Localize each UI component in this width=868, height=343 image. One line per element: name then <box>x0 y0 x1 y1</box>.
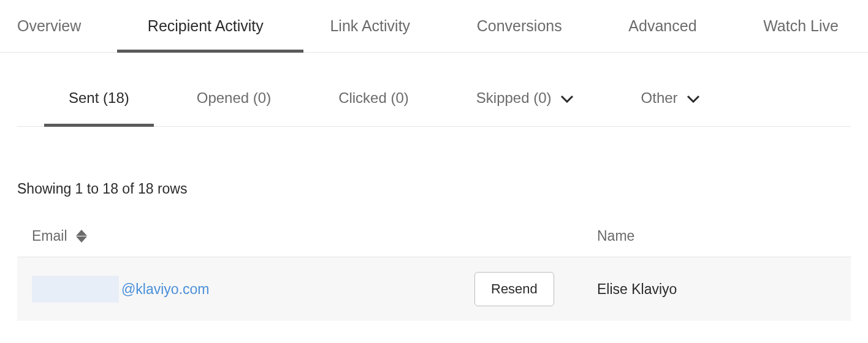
email-cell[interactable]: @klaviyo.com <box>32 276 474 303</box>
subtab-opened[interactable]: Opened (0) <box>197 89 271 126</box>
subtab-clicked[interactable]: Clicked (0) <box>338 89 409 126</box>
chevron-down-icon <box>560 89 574 107</box>
tab-watch-live[interactable]: Watch Live <box>763 0 851 52</box>
resend-button[interactable]: Resend <box>474 272 554 306</box>
subtab-other[interactable]: Other <box>641 89 700 126</box>
column-header-name[interactable]: Name <box>597 228 836 244</box>
email-redacted <box>32 276 119 303</box>
subtab-clicked-label: Clicked (0) <box>338 89 409 107</box>
table-header: Email Name <box>17 228 851 257</box>
subtab-opened-label: Opened (0) <box>197 89 271 107</box>
column-header-action <box>474 228 597 244</box>
column-header-email[interactable]: Email <box>32 228 474 244</box>
name-cell: Elise Klaviyo <box>597 281 836 298</box>
tab-conversions[interactable]: Conversions <box>477 0 574 52</box>
sub-tabs: Sent (18) Opened (0) Clicked (0) Skipped… <box>17 53 851 127</box>
sort-icon <box>76 230 87 243</box>
table-row: @klaviyo.com Resend Elise Klaviyo <box>17 257 851 321</box>
tab-recipient-activity[interactable]: Recipient Activity <box>148 0 276 52</box>
svg-marker-0 <box>76 230 87 236</box>
subtab-sent-label: Sent (18) <box>69 89 129 107</box>
subtab-sent[interactable]: Sent (18) <box>69 89 129 126</box>
subtab-skipped-label: Skipped (0) <box>476 89 552 107</box>
email-domain: @klaviyo.com <box>121 281 210 298</box>
column-header-name-label: Name <box>597 228 634 244</box>
svg-marker-1 <box>76 236 87 243</box>
subtab-skipped[interactable]: Skipped (0) <box>476 89 574 126</box>
tab-overview[interactable]: Overview <box>17 0 93 52</box>
tab-advanced[interactable]: Advanced <box>628 0 709 52</box>
chevron-down-icon <box>687 89 700 107</box>
column-header-email-label: Email <box>32 228 67 244</box>
recipients-table: Email Name @klaviyo.com Resend Elise Kla… <box>17 228 851 321</box>
showing-rows-text: Showing 1 to 18 of 18 rows <box>0 127 868 197</box>
main-tabs: Overview Recipient Activity Link Activit… <box>0 0 868 53</box>
subtab-other-label: Other <box>641 89 678 107</box>
action-cell: Resend <box>474 272 597 306</box>
tab-link-activity[interactable]: Link Activity <box>330 0 422 52</box>
